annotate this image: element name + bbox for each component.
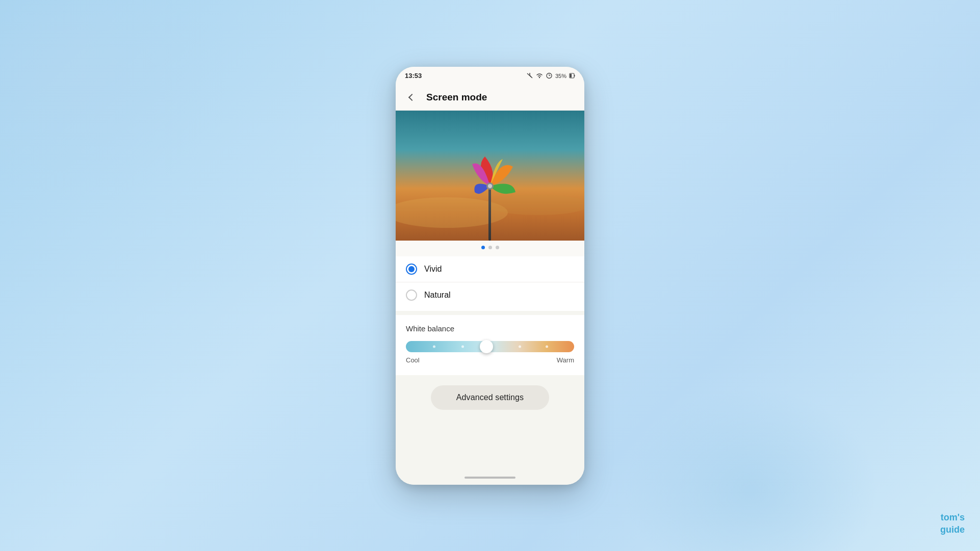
- home-indicator: [396, 470, 584, 485]
- wb-tick-4: [519, 345, 521, 348]
- vivid-radio[interactable]: [406, 264, 417, 275]
- nav-bar: Screen mode: [396, 85, 584, 111]
- battery-text: 35%: [555, 73, 566, 79]
- cool-label: Cool: [406, 356, 420, 364]
- white-balance-thumb[interactable]: [480, 340, 493, 353]
- status-bar: 13:53 35%: [396, 67, 584, 85]
- preview-image-container: [396, 111, 584, 241]
- screen-mode-options: Vivid Natural: [396, 256, 584, 311]
- svg-rect-5: [570, 74, 572, 77]
- white-balance-track[interactable]: [406, 341, 574, 352]
- wifi-icon: [536, 72, 543, 79]
- warm-label: Warm: [557, 356, 574, 364]
- home-bar: [465, 477, 515, 479]
- content-area: Vivid Natural White balance: [396, 111, 584, 470]
- svg-rect-6: [574, 75, 575, 76]
- vivid-option[interactable]: Vivid: [396, 256, 584, 282]
- watermark: tom's guide: [940, 512, 965, 536]
- phone-frame: 13:53 35%: [396, 67, 584, 485]
- status-icons: 35%: [526, 72, 575, 79]
- dot-2: [488, 246, 492, 249]
- dot-3: [496, 246, 499, 249]
- svg-rect-10: [488, 187, 491, 241]
- clock-icon: [546, 72, 553, 79]
- white-balance-labels: Cool Warm: [406, 356, 574, 364]
- white-balance-slider-container: [406, 341, 574, 352]
- vivid-label: Vivid: [424, 265, 442, 274]
- natural-option[interactable]: Natural: [396, 282, 584, 308]
- natural-radio[interactable]: [406, 290, 417, 301]
- status-time: 13:53: [405, 72, 422, 80]
- preview-image-svg: [396, 111, 584, 241]
- back-button[interactable]: [404, 89, 420, 106]
- vivid-radio-fill: [408, 266, 415, 272]
- wb-tick-1: [433, 345, 435, 348]
- back-chevron-icon: [408, 94, 416, 101]
- dot-indicators: [396, 241, 584, 256]
- white-balance-title: White balance: [406, 324, 574, 333]
- wb-tick-2: [461, 345, 464, 348]
- white-balance-section: White balance Cool Warm: [396, 315, 584, 375]
- wb-tick-5: [546, 345, 548, 348]
- page-title: Screen mode: [426, 92, 487, 103]
- advanced-settings-button[interactable]: Advanced settings: [431, 385, 549, 410]
- watermark-line2: guide: [940, 524, 965, 536]
- advanced-settings-container: Advanced settings: [396, 375, 584, 422]
- svg-point-12: [488, 184, 492, 188]
- watermark-line1: tom's: [940, 512, 965, 523]
- dot-1: [481, 246, 485, 249]
- battery-icon: [569, 72, 575, 79]
- mute-icon: [526, 72, 533, 79]
- natural-label: Natural: [424, 291, 451, 300]
